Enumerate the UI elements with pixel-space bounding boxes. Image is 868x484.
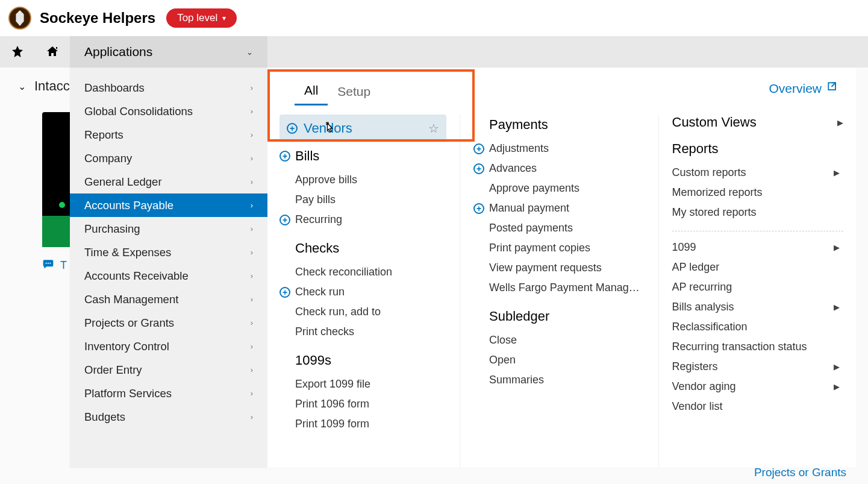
manual-payment-link[interactable]: + Manual payment: [473, 198, 645, 218]
chevron-right-icon: ▶: [834, 382, 840, 391]
check-reconciliation-link[interactable]: Check reconciliation: [279, 262, 446, 282]
chevron-right-icon: ▶: [837, 118, 843, 127]
custom-reports-link[interactable]: Custom reports ▶: [672, 163, 844, 183]
speech-bubble-icon: [42, 258, 54, 273]
chevron-right-icon: ›: [251, 389, 253, 398]
plus-circle-icon[interactable]: +: [287, 123, 298, 134]
sidebar-item-reports[interactable]: Reports›: [70, 123, 267, 146]
print-checks-link[interactable]: Print checks: [279, 322, 446, 342]
chevron-right-icon: ›: [251, 271, 253, 280]
advances-link[interactable]: + Advances: [473, 159, 645, 178]
sidebar-item-purchasing[interactable]: Purchasing›: [70, 217, 267, 240]
plus-circle-icon[interactable]: +: [473, 203, 484, 214]
check-run-link[interactable]: + Check run: [279, 282, 446, 302]
ap-ledger-link[interactable]: AP ledger: [672, 257, 844, 277]
export-1099-link[interactable]: Export 1099 file: [279, 374, 446, 394]
sidebar-item-accounts-receivable[interactable]: Accounts Receivable›: [70, 264, 267, 288]
memorized-reports-link[interactable]: Memorized reports: [672, 183, 844, 203]
sidebar-item-inventory-control[interactable]: Inventory Control›: [70, 335, 267, 358]
bills-analysis-label: Bills analysis: [672, 301, 734, 313]
sidebar-item-general-ledger[interactable]: General Ledger›: [70, 170, 267, 193]
1099-link[interactable]: 1099 ▶: [672, 237, 844, 257]
sidebar-item-order-entry[interactable]: Order Entry›: [70, 358, 267, 382]
applications-label: Applications: [84, 45, 152, 59]
approve-payments-link[interactable]: Approve payments: [473, 178, 645, 198]
section-title: Intacct: [34, 78, 73, 94]
bills-label: Bills: [295, 148, 319, 164]
view-payment-requests-link[interactable]: View payment requests: [473, 258, 645, 278]
tab-all[interactable]: All: [295, 80, 328, 105]
adjustments-link[interactable]: + Adjustments: [473, 139, 645, 159]
vendors-link[interactable]: + Vendors ☆: [279, 115, 446, 142]
sidebar-item-accounts-payable[interactable]: Accounts Payable›: [70, 193, 267, 217]
sidebar-item-label: General Ledger: [84, 175, 162, 189]
plus-circle-icon[interactable]: +: [279, 287, 290, 298]
plus-circle-icon[interactable]: +: [279, 215, 290, 225]
plus-circle-icon[interactable]: +: [473, 143, 484, 154]
applications-sidebar: Dashboards›Global Consolidations›Reports…: [70, 68, 267, 468]
comment-text: T: [60, 259, 67, 272]
sidebar-item-dashboards[interactable]: Dashboards›: [70, 76, 267, 99]
sidebar-item-label: Order Entry: [84, 363, 142, 377]
applications-panel: All Setup Overview + Vendors ☆: [267, 68, 857, 468]
recurring-link[interactable]: + Recurring: [279, 210, 446, 230]
sidebar-item-label: Budgets: [84, 410, 125, 424]
footer-link[interactable]: Projects or Grants: [754, 466, 846, 479]
manual-payment-label: Manual payment: [489, 202, 569, 215]
favorite-star-icon[interactable]: [0, 45, 35, 59]
sidebar-item-global-consolidations[interactable]: Global Consolidations›: [70, 99, 267, 123]
stored-reports-link[interactable]: My stored reports: [672, 203, 844, 222]
1099-label: 1099: [672, 241, 696, 254]
sidebar-item-time-expenses[interactable]: Time & Expenses›: [70, 240, 267, 264]
check-run-add-link[interactable]: Check run, add to: [279, 302, 446, 322]
vendor-list-link[interactable]: Vendor list: [672, 397, 844, 416]
sidebar-item-platform-services[interactable]: Platform Services›: [70, 382, 267, 405]
payments-heading: Payments: [489, 117, 645, 133]
star-outline-icon[interactable]: ☆: [428, 121, 439, 136]
ap-recurring-link[interactable]: AP recurring: [672, 277, 844, 297]
company-logo: [8, 7, 31, 30]
home-icon[interactable]: [35, 45, 70, 59]
applications-mega-menu: Dashboards›Global Consolidations›Reports…: [70, 68, 857, 468]
sidebar-item-budgets[interactable]: Budgets›: [70, 405, 267, 429]
sidebar-item-label: Platform Services: [84, 387, 172, 400]
chevron-right-icon: ›: [251, 412, 253, 421]
vendor-aging-link[interactable]: Vendor aging ▶: [672, 377, 844, 397]
applications-menu-button[interactable]: Applications ⌄: [70, 36, 267, 68]
sidebar-item-cash-management[interactable]: Cash Management›: [70, 288, 267, 311]
registers-link[interactable]: Registers ▶: [672, 357, 844, 377]
bills-heading[interactable]: + Bills: [279, 148, 446, 164]
chevron-right-icon: ›: [251, 177, 253, 186]
recurring-status-link[interactable]: Recurring transaction status: [672, 337, 844, 357]
sidebar-item-projects-or-grants[interactable]: Projects or Grants›: [70, 311, 267, 335]
adjustments-label: Adjustments: [489, 142, 549, 155]
plus-circle-icon[interactable]: +: [473, 163, 484, 174]
bills-analysis-link[interactable]: Bills analysis ▶: [672, 297, 844, 317]
overview-link[interactable]: Overview: [769, 81, 838, 96]
print-1099-link[interactable]: Print 1099 form: [279, 414, 446, 434]
checks-heading: Checks: [295, 240, 446, 256]
tab-setup[interactable]: Setup: [328, 81, 380, 105]
subledger-summaries-link[interactable]: Summaries: [473, 370, 645, 390]
pay-bills-link[interactable]: Pay bills: [279, 190, 446, 210]
approve-bills-link[interactable]: Approve bills: [279, 170, 446, 190]
plus-circle-icon[interactable]: +: [279, 151, 290, 162]
panel-col-3: Custom Views ▶ Reports Custom reports ▶ …: [659, 115, 857, 468]
top-level-selector[interactable]: Top level ▾: [166, 8, 237, 28]
custom-views-heading-row[interactable]: Custom Views ▶: [672, 115, 844, 130]
sidebar-item-company[interactable]: Company›: [70, 146, 267, 170]
print-1096-link[interactable]: Print 1096 form: [279, 394, 446, 414]
top-level-label: Top level: [177, 12, 217, 24]
sidebar-item-label: Time & Expenses: [84, 246, 171, 259]
reclassification-link[interactable]: Reclassification: [672, 317, 844, 337]
subledger-open-link[interactable]: Open: [473, 350, 645, 370]
wells-fargo-link[interactable]: Wells Fargo Payment Manag…: [473, 278, 645, 298]
svg-point-2: [49, 263, 51, 264]
company-name: Sockeye Helpers: [40, 10, 155, 27]
panel-columns: + Vendors ☆ + Bills Approve bills Pay bi…: [267, 68, 857, 468]
recurring-label: Recurring: [295, 213, 342, 226]
subledger-close-link[interactable]: Close: [473, 330, 645, 350]
print-payment-copies-link[interactable]: Print payment copies: [473, 238, 645, 258]
posted-payments-link[interactable]: Posted payments: [473, 218, 645, 238]
chevron-right-icon: ›: [251, 224, 253, 233]
